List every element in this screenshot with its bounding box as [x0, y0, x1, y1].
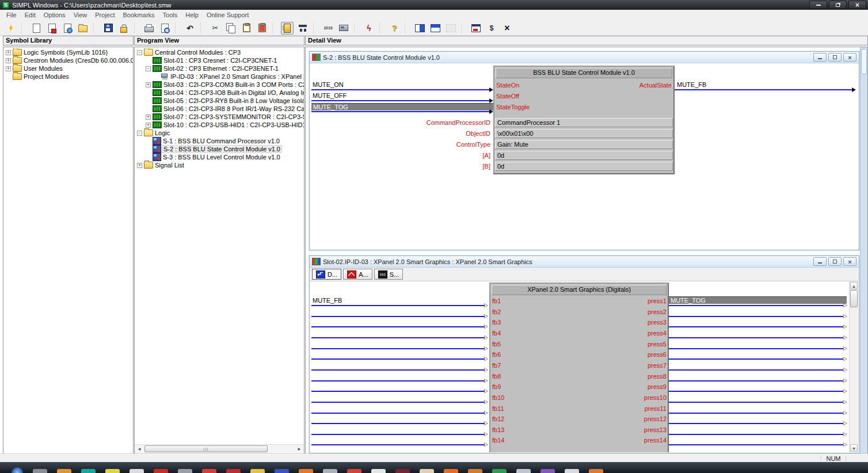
signal-line[interactable]	[669, 444, 843, 445]
taskbar-app-icon[interactable]	[275, 469, 289, 473]
tree-item[interactable]: +Logic Symbols (SymLib 1016)	[3, 48, 133, 56]
tree-item[interactable]: +Slot-10 : C2I-CP3-USB-HID1 : C2I-CP3-US…	[135, 121, 304, 129]
tree-item[interactable]: S-1 : BSS BLU Command Processor v1.0	[135, 137, 304, 145]
print-button[interactable]	[143, 22, 155, 35]
expand-plus-icon[interactable]: +	[146, 82, 151, 87]
child-close-button[interactable]	[843, 257, 856, 266]
selected-signal[interactable]: MUTE_TOG	[311, 103, 493, 110]
tree-item[interactable]: +User Modules	[3, 64, 133, 73]
signal-label[interactable]: MUTE_OFF	[313, 92, 347, 100]
binary-view-button[interactable]	[322, 22, 334, 35]
start-orb-icon[interactable]	[12, 467, 23, 473]
scroll-down-icon[interactable]	[850, 444, 858, 452]
taskbar-app-icon[interactable]	[33, 469, 47, 473]
tree-item[interactable]: Slot-06 : C2I-CP3-IR8 8 Port IR/1-Way RS…	[135, 105, 304, 113]
expand-plus-icon[interactable]: +	[6, 58, 11, 63]
scroll-left-icon[interactable]	[135, 445, 143, 453]
module-canvas[interactable]: BSS BLU State Control Module v1.0 MUTE_O…	[310, 63, 858, 249]
signal-line[interactable]	[311, 444, 485, 445]
tree-item[interactable]: Project Modules	[3, 73, 133, 81]
menu-edit[interactable]: Edit	[21, 10, 40, 20]
taskbar-app-icon[interactable]	[420, 469, 434, 473]
tab-digital[interactable]: D...	[312, 269, 341, 280]
tree-item[interactable]: Slot-05 : C2I-CP3-RY8 Built-in 8 Low Vol…	[135, 97, 304, 105]
restore-window-button[interactable]	[470, 22, 482, 35]
menu-file[interactable]: File	[3, 10, 21, 20]
signal-line[interactable]	[669, 423, 843, 424]
signal-line[interactable]	[311, 391, 485, 392]
detail-vertical-scrollbar[interactable]	[860, 47, 867, 453]
tree-item[interactable]: -Central Control Modules : CP3	[135, 48, 304, 56]
signal-line[interactable]	[669, 358, 843, 360]
tree-item[interactable]: S-2 : BSS BLU State Control Module v1.0	[135, 145, 304, 153]
parameter-value[interactable]: 0d	[495, 162, 673, 171]
expand-plus-icon[interactable]: +	[146, 123, 151, 128]
paste-special-button[interactable]	[256, 22, 268, 35]
network-view-button[interactable]	[296, 22, 309, 35]
parameter-value[interactable]: 0d	[495, 151, 673, 160]
convert-compile-button[interactable]	[5, 22, 17, 35]
menu-options[interactable]: Options	[40, 10, 70, 20]
signal-line[interactable]	[311, 434, 485, 435]
signal-line[interactable]	[311, 402, 485, 403]
taskbar-app-icon[interactable]	[202, 469, 216, 473]
signal-line[interactable]	[311, 100, 490, 101]
protect-button[interactable]	[117, 22, 130, 35]
signal-line[interactable]	[311, 337, 485, 338]
taskbar-app-icon[interactable]	[565, 469, 579, 473]
taskbar-app-icon[interactable]	[226, 469, 241, 473]
close-button[interactable]	[848, 1, 866, 9]
undo-button[interactable]	[184, 22, 196, 35]
signal-line[interactable]	[311, 380, 485, 382]
taskbar-app-icon[interactable]	[540, 469, 555, 473]
taskbar-app-icon[interactable]	[130, 469, 144, 473]
xpanel-window-titlebar[interactable]: Slot-02.IP-ID-03 : XPanel 2.0 Smart Grap…	[310, 256, 859, 268]
parameter-value[interactable]: \x00\x01\x00	[495, 129, 673, 138]
menu-online-support[interactable]: Online Support	[203, 10, 253, 20]
module-window-titlebar[interactable]: S-2 : BSS BLU State Control Module v1.0	[310, 52, 859, 63]
new-project-button[interactable]	[61, 22, 74, 35]
signal-line[interactable]	[311, 369, 485, 371]
collapse-minus-icon[interactable]: -	[146, 66, 151, 71]
open-file-button[interactable]	[77, 22, 89, 35]
menu-bookmarks[interactable]: Bookmarks	[120, 10, 159, 20]
pin-window-button[interactable]	[485, 22, 498, 35]
restore-button[interactable]	[829, 1, 847, 9]
signal-line[interactable]	[669, 337, 843, 338]
taskbar-app-icon[interactable]	[492, 469, 507, 473]
cut-button[interactable]	[209, 22, 222, 35]
signal-line[interactable]	[311, 111, 490, 112]
tree-item[interactable]: +Slot-07 : C2I-CP3-SYSTEMMONITOR : C2I-C…	[135, 113, 304, 121]
taskbar-app-icon[interactable]	[347, 469, 361, 473]
tab-analog[interactable]: A...	[343, 269, 372, 280]
expand-plus-icon[interactable]: +	[137, 163, 142, 168]
compile-button[interactable]	[363, 22, 375, 35]
taskbar-app-icon[interactable]	[81, 469, 96, 473]
minimize-button[interactable]	[809, 1, 827, 9]
signal-line[interactable]	[669, 369, 843, 371]
signal-line[interactable]	[669, 434, 843, 435]
signal-line[interactable]	[669, 391, 843, 392]
selected-signal[interactable]: MUTE_TOG	[669, 296, 847, 304]
delete-item-button[interactable]	[501, 22, 513, 35]
tree-item[interactable]: IP-ID-03 : XPanel 2.0 Smart Graphics : X…	[135, 73, 304, 81]
signal-label[interactable]: MUTE_ON	[313, 81, 344, 89]
signal-line[interactable]	[669, 348, 843, 349]
signal-line[interactable]	[311, 326, 485, 327]
child-maximize-button[interactable]	[828, 53, 842, 62]
paste-button[interactable]	[240, 22, 253, 35]
signal-label[interactable]: MUTE_FB	[677, 81, 706, 89]
signal-line[interactable]	[311, 89, 490, 90]
expand-plus-icon[interactable]: +	[6, 66, 11, 71]
taskbar-app-icon[interactable]	[468, 469, 482, 473]
save-button[interactable]	[102, 22, 115, 35]
parameter-value[interactable]: CommandProcessor 1	[495, 118, 673, 127]
taskbar-app-icon[interactable]	[105, 469, 120, 473]
tree-item[interactable]: -Slot-02 : CP3 Ethernet : C2I-CP3ENET-1	[135, 64, 304, 73]
tree-item[interactable]: Slot-04 : C2I-CP3-IO8 Built-in Digital I…	[135, 89, 304, 97]
symbol-library-view-button[interactable]	[281, 22, 294, 35]
collapse-minus-icon[interactable]: -	[137, 50, 142, 55]
signal-line[interactable]	[311, 358, 485, 360]
child-minimize-button[interactable]	[813, 257, 827, 266]
horizontal-scrollbar[interactable]	[135, 444, 304, 453]
